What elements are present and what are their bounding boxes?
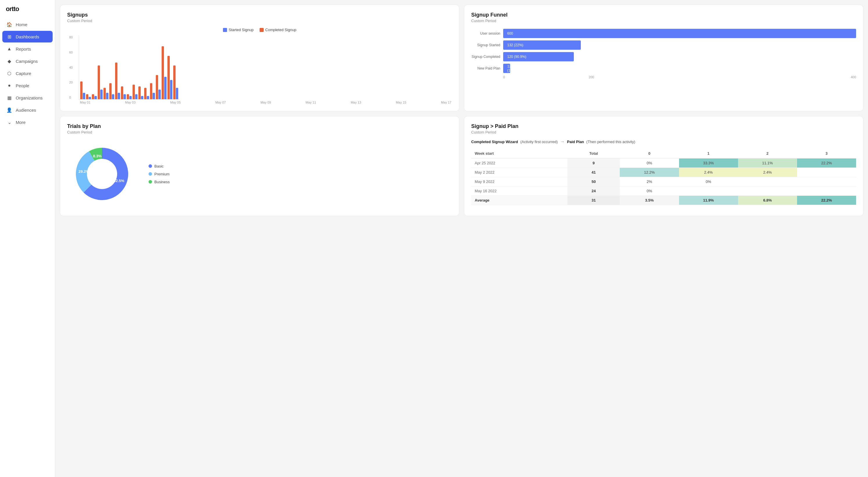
donut-legend-dot: [149, 180, 152, 183]
table-cell: 9: [567, 158, 620, 168]
bar-group: [173, 65, 178, 99]
x-label: May 05: [170, 101, 181, 104]
table-row: Apr 25 202290%33.3%11.1%22.2%: [471, 158, 856, 168]
legend-started-label: Started Signup: [229, 28, 254, 32]
bar-chart-container: 806040200 May 01May 03May 05May 07May 09…: [67, 35, 452, 104]
sidebar-item-reports[interactable]: ▲ Reports: [2, 43, 53, 55]
x-label: May 15: [396, 101, 406, 104]
table-cell: 31: [567, 196, 620, 205]
table-cell: 11.1%: [738, 158, 797, 168]
donut-title: Trials by Plan: [67, 123, 452, 129]
x-label: May 03: [125, 101, 135, 104]
table-cell: 3.5%: [620, 196, 679, 205]
sidebar-item-campaigns[interactable]: ◆ Campaigns: [2, 55, 53, 67]
donut-section: 62.5%29.2%8.3% BasicPremiumBusiness: [67, 139, 452, 209]
table-row: May 2 20224112.2%2.4%2.4%: [471, 168, 856, 177]
home-icon: 🏠: [6, 22, 12, 27]
legend-completed-label: Completed Signup: [266, 28, 297, 32]
sidebar-item-more[interactable]: ⌄ More: [2, 116, 53, 128]
donut-legend-label: Premium: [154, 172, 169, 176]
donut-subtitle: Custom Period: [67, 130, 452, 135]
cohort-subtitle: Custom Period: [471, 130, 856, 135]
legend-started: Started Signup: [223, 28, 254, 32]
sidebar-item-dashboards[interactable]: ⊞ Dashboards: [2, 31, 53, 42]
arrow-icon: →: [560, 139, 565, 144]
donut-legend-dot: [149, 164, 152, 168]
funnel-bar: 120 (90.9%): [503, 52, 574, 61]
campaigns-icon: ◆: [6, 58, 12, 64]
donut-legend-item: Basic: [149, 164, 170, 169]
bar-group: [103, 88, 108, 99]
funnel-row: Signup Completed120 (90.9%): [471, 52, 856, 61]
funnel-bar: 600: [503, 29, 856, 38]
bar-started: [135, 94, 137, 99]
signups-subtitle: Custom Period: [67, 19, 452, 23]
legend-completed: Completed Signup: [259, 28, 297, 32]
sidebar-item-label: Reports: [16, 47, 31, 52]
cohort-to-detail: (Then performed this activity): [586, 140, 635, 144]
sidebar-item-audiences[interactable]: 👤 Audiences: [2, 104, 53, 116]
table-cell: Apr 25 2022: [471, 158, 567, 168]
cohort-from-detail: (Activity first occurred): [520, 140, 558, 144]
app-logo: ortto: [0, 0, 55, 19]
table-cell: 0%: [620, 186, 679, 196]
table-cell: 22.2%: [797, 196, 856, 205]
bar-group: [127, 94, 132, 99]
funnel-bar: 132 (22%): [503, 40, 581, 50]
people-icon: ●: [6, 83, 12, 88]
bar-started: [164, 77, 166, 99]
sidebar-item-home[interactable]: 🏠 Home: [2, 19, 53, 30]
bar-started: [89, 97, 91, 99]
bar-group: [115, 63, 120, 99]
bar-completed: [144, 88, 147, 99]
bar-group: [144, 88, 149, 99]
table-cell: 2.4%: [738, 168, 797, 177]
funnel-bar-value: 120 (90.9%): [507, 55, 526, 59]
col-0: 0: [620, 149, 679, 158]
sidebar-item-capture[interactable]: ⬡ Capture: [2, 67, 53, 79]
bar-completed: [115, 63, 118, 99]
funnel-bar-value: 132 (22%): [507, 43, 523, 47]
table-cell: 50: [567, 177, 620, 186]
table-cell: May 2 2022: [471, 168, 567, 177]
cohort-from: Completed Signup Wizard: [471, 140, 518, 144]
funnel-rows: User session600Signup Started132 (22%)Si…: [471, 29, 856, 73]
bar-completed: [127, 94, 129, 99]
x-label: May 17: [441, 101, 452, 104]
table-header-row: Week start Total 0 1 2 3: [471, 149, 856, 158]
bar-completed: [138, 86, 141, 99]
bar-started: [147, 96, 149, 99]
bar-started: [176, 88, 178, 99]
funnel-x-labels: 0 200 400: [471, 75, 856, 79]
funnel-bar-wrap: 120 (90.9%): [503, 52, 856, 61]
col-2: 2: [738, 149, 797, 158]
bar-group: [132, 85, 137, 99]
donut-segment-label: 8.3%: [93, 154, 102, 158]
bar-completed: [132, 85, 135, 99]
sidebar-item-organizations[interactable]: ▦ Organizations: [2, 92, 53, 103]
table-cell: 0%: [620, 158, 679, 168]
funnel-card: Signup Funnel Custom Period User session…: [464, 5, 863, 111]
more-icon: ⌄: [6, 119, 12, 125]
audiences-icon: 👤: [6, 107, 12, 113]
sidebar-item-label: Audiences: [16, 108, 36, 113]
table-cell: [797, 177, 856, 186]
bar-group: [167, 56, 173, 99]
funnel-row: New Paid Plan12 (10%): [471, 64, 856, 73]
capture-icon: ⬡: [6, 70, 12, 76]
bar-started: [106, 93, 108, 99]
sidebar-item-people[interactable]: ● People: [2, 80, 53, 91]
col-3: 3: [797, 149, 856, 158]
bar-group: [150, 83, 155, 99]
col-week-start: Week start: [471, 149, 567, 158]
bar-completed: [121, 86, 123, 99]
signups-legend: Started Signup Completed Signup: [67, 28, 452, 32]
bar-completed: [92, 94, 94, 99]
funnel-row: User session600: [471, 29, 856, 38]
bar-group: [109, 83, 114, 99]
x-label: May 09: [260, 101, 271, 104]
table-cell: May 9 2022: [471, 177, 567, 186]
bar-started: [118, 93, 120, 99]
bar-started: [129, 96, 132, 99]
table-cell: 2%: [620, 177, 679, 186]
